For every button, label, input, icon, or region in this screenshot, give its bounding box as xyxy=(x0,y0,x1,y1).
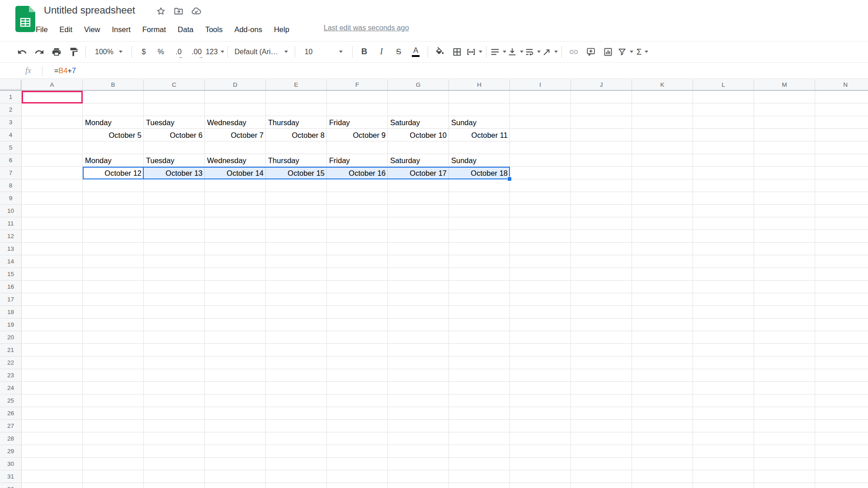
format-currency-button[interactable]: $ xyxy=(135,44,152,60)
row-header-20[interactable]: 20 xyxy=(0,331,22,344)
horizontal-align-button[interactable] xyxy=(490,44,507,60)
row-header-6[interactable]: 6 xyxy=(0,154,22,167)
cell-F3[interactable]: Friday xyxy=(327,116,388,129)
font-select[interactable]: Default (Ari… xyxy=(231,44,292,60)
cell-B3[interactable]: Monday xyxy=(83,116,144,129)
last-edit-link[interactable]: Last edit was seconds ago xyxy=(324,24,409,32)
cell-H4[interactable]: October 11 xyxy=(449,129,510,141)
row-header-5[interactable]: 5 xyxy=(0,141,22,154)
cell-G6[interactable]: Saturday xyxy=(388,154,449,167)
row-header-9[interactable]: 9 xyxy=(0,192,22,205)
row-header-8[interactable]: 8 xyxy=(0,179,22,192)
undo-button[interactable] xyxy=(14,44,31,60)
row-header-19[interactable]: 19 xyxy=(0,319,22,331)
functions-button[interactable]: Σ xyxy=(634,44,651,60)
column-header-L[interactable]: L xyxy=(693,80,754,90)
row-header-10[interactable]: 10 xyxy=(0,205,22,217)
filter-button[interactable] xyxy=(617,44,634,60)
row-header-3[interactable]: 3 xyxy=(0,116,22,129)
menu-format[interactable]: Format xyxy=(137,24,172,35)
cell-F4[interactable]: October 9 xyxy=(327,129,388,141)
column-header-F[interactable]: F xyxy=(327,80,388,90)
row-header-14[interactable]: 14 xyxy=(0,255,22,268)
format-percent-button[interactable]: % xyxy=(152,44,170,60)
column-header-H[interactable]: H xyxy=(449,80,510,90)
row-header-30[interactable]: 30 xyxy=(0,458,22,470)
vertical-align-button[interactable] xyxy=(507,44,524,60)
cell-C4[interactable]: October 6 xyxy=(144,129,205,141)
cell-E4[interactable]: October 8 xyxy=(266,129,327,141)
cloud-saved-icon[interactable] xyxy=(191,6,202,17)
cell-G4[interactable]: October 10 xyxy=(388,129,449,141)
menu-help[interactable]: Help xyxy=(268,24,295,35)
menu-edit[interactable]: Edit xyxy=(54,24,78,35)
cell-C3[interactable]: Tuesday xyxy=(144,116,205,129)
row-header-12[interactable]: 12 xyxy=(0,230,22,243)
row-header-26[interactable]: 26 xyxy=(0,407,22,420)
row-header-7[interactable]: 7 xyxy=(0,167,22,179)
menu-data[interactable]: Data xyxy=(172,24,199,35)
column-header-B[interactable]: B xyxy=(83,80,144,90)
insert-chart-button[interactable] xyxy=(599,44,617,60)
menu-addons[interactable]: Add-ons xyxy=(228,24,268,35)
select-all-corner[interactable] xyxy=(0,80,22,90)
cell-H6[interactable]: Sunday xyxy=(449,154,510,167)
number-format-button[interactable]: 123 xyxy=(206,44,224,60)
cell-F6[interactable]: Friday xyxy=(327,154,388,167)
formula-input[interactable]: =B4+7 xyxy=(54,67,76,75)
column-header-A[interactable]: A xyxy=(22,80,83,90)
fill-handle[interactable] xyxy=(507,177,512,181)
row-header-21[interactable]: 21 xyxy=(0,344,22,357)
cell-F7[interactable]: October 16 xyxy=(327,167,388,179)
menu-tools[interactable]: Tools xyxy=(199,24,229,35)
decrease-decimal-button[interactable]: .0 ← xyxy=(170,44,188,60)
row-header-31[interactable]: 31 xyxy=(0,470,22,483)
cell-B4[interactable]: October 5 xyxy=(83,129,144,141)
redo-button[interactable] xyxy=(31,44,48,60)
row-header-16[interactable]: 16 xyxy=(0,281,22,293)
row-header-2[interactable]: 2 xyxy=(0,103,22,116)
row-header-4[interactable]: 4 xyxy=(0,129,22,141)
cell-D6[interactable]: Wednesday xyxy=(205,154,266,167)
row-header-17[interactable]: 17 xyxy=(0,293,22,306)
row-header-11[interactable]: 11 xyxy=(0,217,22,230)
row-header-24[interactable]: 24 xyxy=(0,382,22,394)
cell-C6[interactable]: Tuesday xyxy=(144,154,205,167)
column-header-G[interactable]: G xyxy=(388,80,449,90)
cell-D4[interactable]: October 7 xyxy=(205,129,266,141)
row-header-15[interactable]: 15 xyxy=(0,268,22,281)
italic-button[interactable]: I xyxy=(373,44,390,60)
merge-cells-button[interactable] xyxy=(466,44,483,60)
cell-E3[interactable]: Thursday xyxy=(266,116,327,129)
row-header-29[interactable]: 29 xyxy=(0,445,22,458)
row-header-22[interactable]: 22 xyxy=(0,357,22,369)
cell-H3[interactable]: Sunday xyxy=(449,116,510,129)
insert-link-button[interactable] xyxy=(565,44,582,60)
cell-E6[interactable]: Thursday xyxy=(266,154,327,167)
cell-E7[interactable]: October 15 xyxy=(266,167,327,179)
menu-view[interactable]: View xyxy=(78,24,106,35)
menu-insert[interactable]: Insert xyxy=(106,24,137,35)
cell-G7[interactable]: October 17 xyxy=(388,167,449,179)
cell-D3[interactable]: Wednesday xyxy=(205,116,266,129)
column-header-K[interactable]: K xyxy=(632,80,693,90)
font-size-select[interactable]: 10 xyxy=(298,44,349,60)
row-header-23[interactable]: 23 xyxy=(0,369,22,382)
cell-D7[interactable]: October 14 xyxy=(205,167,266,179)
row-header-32[interactable]: 32 xyxy=(0,483,22,488)
cell-B7[interactable]: October 12 xyxy=(83,167,144,179)
star-icon[interactable] xyxy=(156,6,166,17)
cell-C7[interactable]: October 13 xyxy=(144,167,205,179)
column-header-D[interactable]: D xyxy=(205,80,266,90)
paint-format-button[interactable] xyxy=(65,44,82,60)
text-wrap-button[interactable] xyxy=(524,44,541,60)
fill-color-button[interactable] xyxy=(431,44,448,60)
column-header-I[interactable]: I xyxy=(510,80,571,90)
cell-G3[interactable]: Saturday xyxy=(388,116,449,129)
column-header-M[interactable]: M xyxy=(754,80,815,90)
move-to-folder-icon[interactable] xyxy=(173,6,184,17)
print-button[interactable] xyxy=(48,44,65,60)
bold-button[interactable]: B xyxy=(356,44,373,60)
row-header-25[interactable]: 25 xyxy=(0,394,22,407)
strikethrough-button[interactable]: S xyxy=(390,44,407,60)
